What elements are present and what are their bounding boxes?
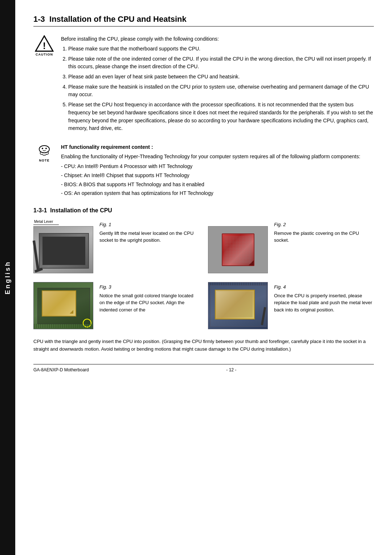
caution-icon-wrap: ! CAUTION: [33, 35, 55, 135]
bottom-text: CPU with the triangle and gently insert …: [33, 338, 374, 353]
note-text: HT functionality requirement content : E…: [61, 143, 374, 199]
figure-3-caption: Fig. 3 Notice the small gold colored tri…: [99, 282, 199, 329]
gold-triangle: [70, 310, 73, 314]
note-icon-wrap: NOTE: [33, 143, 55, 199]
caution-text: Before installing the CPU, please comply…: [61, 35, 374, 135]
cpu-inserted: [215, 290, 255, 319]
figure-1-image-wrap: Metal Lever: [33, 220, 95, 273]
sidebar-label: English: [4, 261, 12, 294]
sidebar: English: [0, 0, 15, 555]
figure-2-text: Remove the plastic covering on the CPU s…: [274, 230, 359, 243]
figure-4-text: Once the CPU is properly inserted, pleas…: [274, 293, 372, 313]
caution-item-2: Please take note of the one indented cor…: [68, 55, 374, 71]
caution-label: CAUTION: [36, 53, 53, 56]
pcb-traces: [34, 324, 93, 328]
note-icon: [36, 145, 53, 158]
figure-3-image-wrap: [33, 282, 95, 329]
figure-3-image: [33, 282, 93, 329]
figures-row-1: Metal Lever Fig. 1 Gently lift the metal…: [33, 220, 374, 273]
cpu-cover: [222, 233, 254, 266]
note-item-1: - CPU: An Intel® Pentium 4 Processor wit…: [61, 163, 374, 171]
caution-icon: !: [35, 35, 54, 52]
figure-3-text: Notice the small gold colored triangle l…: [99, 293, 193, 313]
caution-block: ! CAUTION Before installing the CPU, ple…: [33, 35, 374, 135]
figure-1-block: Metal Lever Fig. 1 Gently lift the metal…: [33, 220, 199, 273]
cpu-surface: [217, 292, 253, 317]
figure-2-image: [208, 226, 268, 273]
socket-inner-1: [42, 237, 85, 265]
figure-3-block: Fig. 3 Notice the small gold colored tri…: [33, 282, 199, 329]
pcb-traces-4: [208, 282, 268, 285]
note-item-3: - BIOS: A BIOS that supports HT Technolo…: [61, 181, 374, 189]
cpu-chip-3: [42, 290, 76, 317]
socket-body-1: [39, 233, 89, 269]
subsection-title: 1-3-1 Installation of the CPU: [33, 207, 374, 214]
figure-1-num: Fig. 1: [99, 221, 199, 228]
note-item-2: - Chipset: An Intel® Chipset that suppor…: [61, 172, 374, 180]
note-intro: Enabling the functionality of Hyper-Thre…: [61, 153, 374, 161]
figure-4-image-wrap: [208, 282, 270, 329]
lever-arm-horizontal: [34, 268, 43, 273]
figure-1-caption: Fig. 1 Gently lift the metal lever locat…: [99, 220, 199, 273]
figure-2-block: Fig. 2 Remove the plastic covering on th…: [208, 220, 374, 273]
caution-item-1: Please make sure that the motherboard su…: [68, 45, 374, 53]
svg-point-4: [45, 148, 47, 149]
svg-point-3: [42, 148, 43, 149]
figure-4-num: Fig. 4: [274, 283, 374, 291]
note-block: NOTE HT functionality requirement conten…: [33, 143, 374, 199]
caution-item-3: Please add an even layer of heat sink pa…: [68, 73, 374, 81]
svg-text:!: !: [43, 40, 46, 51]
caution-intro: Before installing the CPU, please comply…: [61, 35, 374, 43]
note-list: - CPU: An Intel® Pentium 4 Processor wit…: [61, 163, 374, 197]
cpu-pins: [225, 236, 252, 263]
footer: GA-8AENXP-D Motherboard - 12 -: [33, 364, 374, 372]
metal-lever-label: Metal Lever: [34, 220, 53, 224]
note-title: HT functionality requirement content :: [61, 143, 374, 151]
caution-list: Please make sure that the motherboard su…: [68, 45, 374, 132]
figure-1-text: Gently lift the metal lever located on t…: [99, 230, 193, 243]
note-label: NOTE: [39, 159, 49, 162]
figure-2-image-wrap: [208, 220, 270, 273]
figure-2-caption: Fig. 2 Remove the plastic covering on th…: [274, 220, 374, 273]
figure-4-image: [208, 282, 268, 329]
main-content: 1-3 Installation of the CPU and Heatsink…: [15, 0, 392, 387]
figure-2-num: Fig. 2: [274, 221, 374, 228]
figure-4-caption: Fig. 4 Once the CPU is properly inserted…: [274, 282, 374, 329]
footer-left: GA-8AENXP-D Motherboard: [33, 367, 89, 372]
figure-3-num: Fig. 3: [99, 283, 199, 291]
note-item-4: - OS: An operation system that has optim…: [61, 189, 374, 197]
figure-4-block: Fig. 4 Once the CPU is properly inserted…: [208, 282, 374, 329]
section-title: 1-3 Installation of the CPU and Heatsink: [33, 15, 374, 26]
figure-1-image: [33, 226, 93, 273]
caution-item-4: Please make sure the heatsink is install…: [68, 83, 374, 99]
lever-arm-vertical: [33, 240, 39, 269]
footer-center: - 12 -: [226, 367, 236, 372]
caution-item-5: Please set the CPU host frequency in acc…: [68, 101, 374, 132]
figures-row-2: Fig. 3 Notice the small gold colored tri…: [33, 282, 374, 329]
